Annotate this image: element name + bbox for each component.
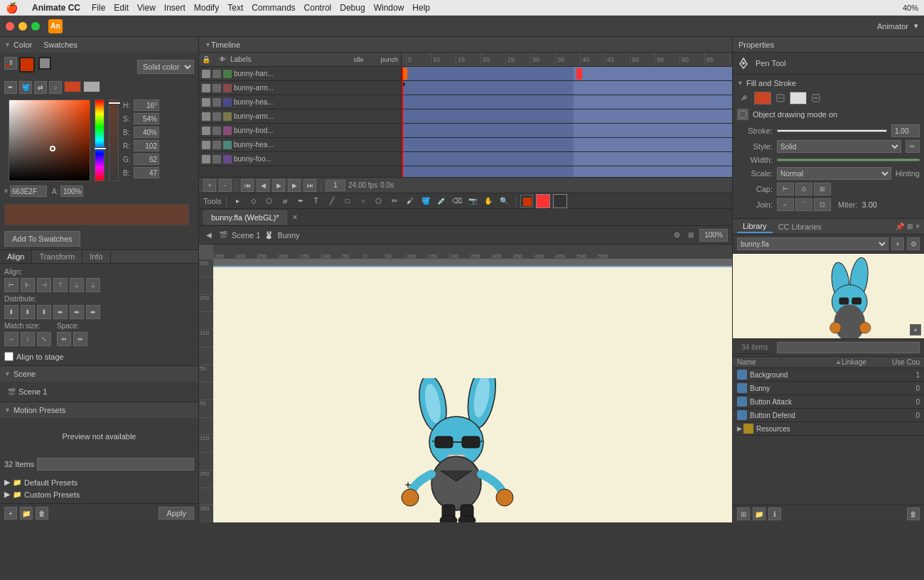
b2-input[interactable]: [134, 167, 159, 178]
brush-tool[interactable]: 🖌: [403, 194, 417, 208]
stroke-options-icon[interactable]: [811, 93, 821, 103]
rect-tool[interactable]: □: [340, 194, 355, 208]
library-item-resources[interactable]: ▶ Resources: [733, 422, 924, 436]
fill-preview[interactable]: [64, 81, 81, 92]
scene-item-1[interactable]: 🎬 Scene 1: [4, 386, 194, 397]
library-file-select[interactable]: bunny.fla: [737, 237, 888, 250]
layer-lock-6[interactable]: [213, 141, 221, 149]
library-close-btn[interactable]: ×: [915, 222, 920, 230]
play-btn[interactable]: ▶: [272, 179, 285, 192]
motion-add-btn[interactable]: +: [4, 507, 17, 520]
poly-tool[interactable]: ⬠: [372, 194, 386, 208]
text-tool[interactable]: T: [309, 194, 323, 208]
library-pin-btn[interactable]: 📌: [896, 222, 904, 230]
layer-lock-3[interactable]: [213, 98, 221, 107]
object-drawing-icon[interactable]: [737, 109, 748, 120]
join-bevel-btn[interactable]: ⊡: [814, 198, 831, 211]
lib-props-btn[interactable]: ℹ: [768, 508, 781, 520]
scale-select[interactable]: Normal: [777, 167, 891, 180]
stroke-value-input[interactable]: [891, 124, 920, 137]
alpha-input[interactable]: [60, 186, 83, 197]
style-edit-btn[interactable]: ✏: [906, 140, 920, 153]
delete-layer-btn[interactable]: −: [219, 179, 232, 192]
color-panel-header[interactable]: ▼ Color Swatches: [0, 37, 198, 53]
stage-viewport[interactable]: +: [213, 259, 732, 522]
style-select[interactable]: Solid: [777, 140, 901, 153]
align-top-btn[interactable]: ⊤: [53, 278, 68, 292]
tab-info[interactable]: Info: [82, 250, 110, 263]
library-item-button-attack[interactable]: Button Attack 0: [733, 395, 924, 409]
join-miter-btn[interactable]: ⌐: [777, 198, 794, 211]
tools-black-btn[interactable]: [553, 194, 567, 208]
cap-none-btn[interactable]: ⊢: [777, 183, 794, 195]
camera-tool[interactable]: 📷: [466, 194, 480, 208]
eraser-tool[interactable]: ⌫: [450, 194, 464, 208]
next-frame-btn[interactable]: ▶: [288, 179, 301, 192]
pen-tool[interactable]: ✒: [294, 194, 308, 208]
layer-vis-2[interactable]: [202, 84, 210, 92]
g-input[interactable]: [134, 154, 159, 165]
lasso-tool[interactable]: ⌀: [278, 194, 292, 208]
prev-frame-btn[interactable]: ◀: [257, 179, 269, 192]
last-frame-btn[interactable]: ⏭: [303, 179, 316, 192]
fill-color-prop[interactable]: [754, 92, 771, 104]
tools-red-btn[interactable]: [536, 194, 550, 208]
r-input[interactable]: [134, 140, 159, 151]
dist-left-btn[interactable]: ⬍: [4, 305, 18, 319]
cap-square-btn[interactable]: ⊞: [814, 183, 831, 195]
subselection-tool[interactable]: ◇: [247, 194, 261, 208]
layer-vis-3[interactable]: [202, 98, 210, 107]
add-swatches-button[interactable]: Add To Swatches: [4, 231, 80, 247]
match-both-btn[interactable]: ⤡: [37, 332, 51, 346]
motion-folder-btn[interactable]: 📁: [20, 507, 33, 520]
align-center-h-btn[interactable]: ⊩: [21, 278, 35, 292]
color-type-select[interactable]: Solid color: [137, 60, 194, 74]
gradient-canvas[interactable]: [9, 100, 90, 181]
menu-debug[interactable]: Debug: [340, 3, 365, 13]
s-input[interactable]: [134, 113, 159, 124]
stroke-color-prop[interactable]: [790, 92, 807, 104]
selection-tool[interactable]: ▸: [231, 194, 245, 208]
close-tab-btn[interactable]: ×: [293, 213, 298, 222]
layer-lock-7[interactable]: [213, 155, 221, 163]
menu-control[interactable]: Control: [304, 3, 332, 13]
stage-file-tab[interactable]: bunny.fla (WebGL)*: [203, 210, 287, 225]
align-center-v-btn[interactable]: ⊥: [70, 278, 84, 292]
pencil-tool[interactable]: ✏: [387, 194, 402, 208]
space-v-btn[interactable]: ⇹: [73, 332, 87, 346]
menu-modify[interactable]: Modify: [194, 3, 219, 13]
close-button[interactable]: [6, 22, 14, 31]
hex-input[interactable]: [10, 186, 47, 197]
tab-cc-libraries[interactable]: CC Libraries: [773, 221, 827, 232]
library-item-button-defend[interactable]: Button Defend 0: [733, 409, 924, 422]
lib-new-folder-btn[interactable]: 📁: [753, 508, 765, 520]
stroke-slider[interactable]: [777, 129, 887, 132]
library-settings-btn[interactable]: ⚙: [907, 237, 920, 250]
menu-commands[interactable]: Commands: [252, 3, 295, 13]
minimize-button[interactable]: [18, 22, 27, 31]
layer-lock-5[interactable]: [213, 127, 221, 135]
b-input[interactable]: [134, 127, 159, 138]
library-new-btn[interactable]: +: [891, 237, 904, 250]
motion-panel-header[interactable]: ▼ Motion Presets: [0, 402, 198, 418]
bucket-btn[interactable]: 🪣: [19, 81, 32, 94]
width-slider[interactable]: [777, 159, 920, 161]
layer-outline-3[interactable]: [223, 98, 232, 107]
dist-center-h-btn[interactable]: ⬍: [21, 305, 35, 319]
align-right-btn[interactable]: ⊣: [37, 278, 51, 292]
menu-file[interactable]: File: [92, 3, 105, 13]
tab-transform[interactable]: Transform: [32, 250, 82, 263]
dist-bottom-btn[interactable]: ⬌: [86, 305, 100, 319]
motion-delete-btn[interactable]: 🗑: [36, 507, 48, 520]
layer-vis-6[interactable]: [202, 141, 210, 149]
align-left-btn[interactable]: ⊢: [4, 278, 18, 292]
library-item-background[interactable]: Background 1: [733, 368, 924, 382]
dist-center-v-btn[interactable]: ⬌: [70, 305, 84, 319]
match-width-btn[interactable]: ↔: [4, 332, 18, 346]
zoom-tool[interactable]: 🔍: [497, 194, 511, 208]
layer-lock-1[interactable]: [213, 70, 221, 78]
motion-search-input[interactable]: [37, 458, 194, 471]
reset-btn[interactable]: ○: [49, 81, 62, 94]
stroke-preview[interactable]: [83, 81, 100, 92]
layer-outline-2[interactable]: [223, 84, 232, 92]
